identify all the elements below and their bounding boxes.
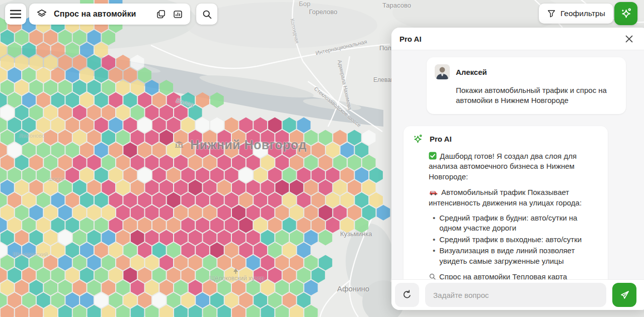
ai-message-card: Pro AI Дашборд готов! Я создал два слоя … — [404, 126, 608, 279]
close-icon — [625, 35, 633, 43]
pro-ai-panel: Pro AI Алексей — [391, 28, 644, 310]
ai-name: Pro AI — [430, 135, 452, 143]
user-name: Алексей — [456, 68, 487, 76]
avatar-silhouette — [435, 64, 450, 79]
ai-bullet-list: •Средний трафик в будни: авто/сутки на о… — [429, 213, 600, 267]
search-button[interactable] — [196, 4, 217, 25]
hex-heatmap-layer — [0, 0, 390, 317]
search-icon — [202, 9, 212, 20]
layers-button[interactable] — [36, 9, 47, 20]
user-message-card: Алексей Покажи автомобильный трафик и сп… — [427, 57, 626, 114]
geofilters-button[interactable]: Геофильтры — [539, 4, 613, 24]
funnel-icon — [547, 9, 556, 18]
active-layer-title: Спрос на автомойки — [54, 10, 149, 19]
ai-message-line: Спрос на автомойки Тепловая карта показы… — [429, 272, 600, 279]
chat-scroll-area[interactable]: Алексей Покажи автомобильный трафик и сп… — [391, 50, 644, 279]
menu-button[interactable] — [5, 4, 26, 25]
refresh-icon — [401, 289, 413, 300]
ai-message-line: Дашборд готов! Я создал два слоя для ана… — [429, 151, 600, 182]
pro-ai-sparkles-icon — [412, 133, 424, 145]
layers-icon — [36, 9, 47, 20]
user-avatar — [435, 64, 450, 79]
close-panel-button[interactable] — [625, 35, 633, 43]
chat-input[interactable] — [425, 283, 606, 307]
hamburger-icon — [10, 10, 21, 19]
magnifier-icon — [429, 273, 436, 279]
layer-switcher[interactable]: Спрос на автомойки — [29, 4, 190, 25]
send-icon — [618, 289, 630, 301]
ai-bullet-item: •Средний трафик в будни: авто/сутки на о… — [433, 213, 600, 234]
check-icon — [429, 152, 437, 160]
copy-icon — [156, 9, 166, 19]
composer-bar — [391, 279, 644, 310]
panel-title: Pro AI — [399, 35, 422, 43]
regenerate-button[interactable] — [395, 283, 419, 307]
ai-bullet-text: Визуализация в виде линий позволяет увид… — [439, 246, 600, 266]
dashboard-button[interactable] — [173, 9, 183, 20]
user-message-text: Покажи автомобильный трафик и спрос на а… — [456, 85, 618, 106]
car-icon — [429, 188, 438, 196]
ai-bullet-item: •Визуализация в виде линий позволяет уви… — [433, 246, 600, 266]
bar-chart-icon — [173, 9, 183, 20]
ai-bullet-item: •Средний трафик в выходные: авто/сутки — [433, 235, 600, 245]
app-window: БорГореловоТарасовоКолхиднаяИнтернациона… — [0, 0, 644, 317]
ai-message-body: Дашборд готов! Я создал два слоя для ана… — [429, 151, 600, 279]
ai-message-line: Автомобильный трафик Показывает интенсив… — [429, 187, 600, 208]
send-button[interactable] — [612, 283, 636, 307]
duplicate-button[interactable] — [156, 9, 166, 19]
ai-bullet-text: Средний трафик в будни: авто/сутки на од… — [439, 213, 600, 234]
ai-assistant-button[interactable] — [614, 2, 637, 25]
sparkles-icon — [619, 7, 633, 21]
ai-bullet-text: Средний трафик в выходные: авто/сутки — [439, 235, 582, 245]
geofilters-label: Геофильтры — [560, 9, 605, 18]
panel-header: Pro AI — [391, 28, 644, 50]
